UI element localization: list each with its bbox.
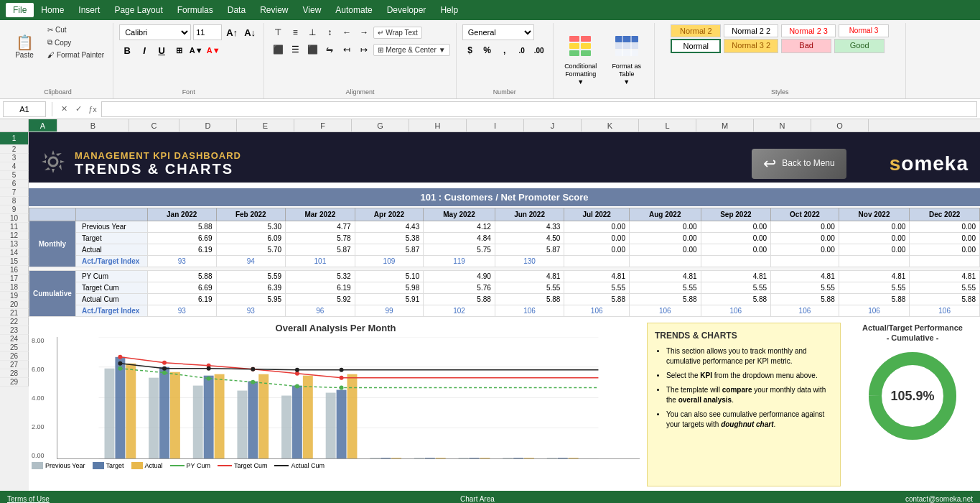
- row-num-28[interactable]: 28: [0, 369, 29, 378]
- indent-increase-button[interactable]: →: [356, 24, 372, 40]
- col-header-h[interactable]: H: [409, 119, 467, 131]
- row-num-2[interactable]: 2: [0, 145, 29, 154]
- cell[interactable]: 5.10: [355, 271, 424, 282]
- menu-page-layout[interactable]: Page Layout: [107, 3, 169, 17]
- col-header-k[interactable]: K: [582, 119, 639, 131]
- cell[interactable]: 0.00: [771, 221, 839, 233]
- conditional-formatting-button[interactable]: ConditionalFormatting ▼: [559, 32, 602, 90]
- cell[interactable]: 5.92: [286, 294, 355, 305]
- cell[interactable]: 6.19: [147, 294, 216, 305]
- row-num-11[interactable]: 11: [0, 223, 29, 231]
- cell-index[interactable]: 106: [495, 305, 564, 317]
- cell-index[interactable]: 102: [424, 305, 495, 317]
- row-num-15[interactable]: 15: [0, 257, 29, 266]
- italic-button[interactable]: I: [136, 42, 152, 58]
- border-button[interactable]: ⊞: [171, 42, 187, 58]
- cell[interactable]: 4.81: [564, 271, 630, 282]
- cell[interactable]: 5.32: [286, 271, 355, 282]
- center-align-button[interactable]: ☰: [287, 42, 303, 57]
- cell[interactable]: 0.00: [701, 233, 771, 244]
- cell[interactable]: 0.00: [839, 244, 910, 256]
- row-num-1[interactable]: 1: [0, 132, 29, 145]
- cell[interactable]: 5.55: [771, 282, 839, 294]
- cell[interactable]: 0.00: [564, 221, 630, 233]
- cell[interactable]: 0.00: [564, 244, 630, 256]
- col-header-m[interactable]: M: [696, 119, 754, 131]
- row-num-3[interactable]: 3: [0, 154, 29, 162]
- cell[interactable]: 4.43: [355, 221, 424, 233]
- cell[interactable]: 5.88: [839, 294, 910, 305]
- cell[interactable]: 5.55: [839, 282, 910, 294]
- cell[interactable]: 4.81: [771, 271, 839, 282]
- menu-file[interactable]: File: [6, 3, 34, 17]
- row-num-25[interactable]: 25: [0, 343, 29, 352]
- cell[interactable]: 4.77: [286, 221, 355, 233]
- cell[interactable]: 5.78: [286, 233, 355, 244]
- style-normal3-top[interactable]: Normal 3: [839, 24, 889, 37]
- menu-developer[interactable]: Developer: [380, 3, 434, 17]
- menu-home[interactable]: Home: [34, 3, 71, 17]
- decrease-decimal-button[interactable]: .0: [514, 42, 530, 58]
- cell[interactable]: [910, 256, 980, 267]
- format-table-button[interactable]: Format asTable ▼: [605, 32, 648, 90]
- cell[interactable]: 6.09: [216, 233, 286, 244]
- cell[interactable]: 0.00: [771, 233, 839, 244]
- font-color-button[interactable]: A▼: [205, 42, 221, 58]
- cell-index[interactable]: 119: [424, 256, 495, 267]
- row-num-24[interactable]: 24: [0, 335, 29, 343]
- row-num-23[interactable]: 23: [0, 326, 29, 335]
- cell[interactable]: 5.75: [424, 244, 495, 256]
- row-num-7[interactable]: 7: [0, 188, 29, 197]
- menu-formulas[interactable]: Formulas: [170, 3, 220, 17]
- row-num-21[interactable]: 21: [0, 309, 29, 318]
- cell-index[interactable]: 93: [147, 256, 216, 267]
- cell[interactable]: [630, 256, 701, 267]
- bold-button[interactable]: B: [119, 42, 135, 58]
- cell[interactable]: 5.30: [216, 221, 286, 233]
- cut-button[interactable]: ✂ Cut: [45, 24, 107, 35]
- row-num-12[interactable]: 12: [0, 231, 29, 240]
- col-header-g[interactable]: G: [352, 119, 409, 131]
- cell[interactable]: 0.00: [910, 244, 980, 256]
- style-bad[interactable]: Bad: [781, 39, 831, 53]
- cond-format-dropdown[interactable]: ▼: [577, 78, 584, 86]
- cell-index[interactable]: 130: [495, 256, 564, 267]
- cell[interactable]: 5.98: [355, 282, 424, 294]
- cell[interactable]: 0.00: [630, 233, 701, 244]
- cell[interactable]: 5.87: [495, 244, 564, 256]
- cell[interactable]: 0.00: [910, 221, 980, 233]
- menu-view[interactable]: View: [296, 3, 329, 17]
- cell[interactable]: 4.50: [495, 233, 564, 244]
- row-num-17[interactable]: 17: [0, 274, 29, 283]
- confirm-formula-icon[interactable]: ✓: [73, 103, 84, 115]
- cell[interactable]: 0.00: [564, 233, 630, 244]
- cell[interactable]: 5.55: [701, 282, 771, 294]
- cell-index[interactable]: 106: [910, 305, 980, 317]
- cell-index[interactable]: 94: [216, 256, 286, 267]
- col-header-f[interactable]: F: [294, 119, 352, 131]
- cell[interactable]: 0.00: [630, 221, 701, 233]
- cell[interactable]: [839, 256, 910, 267]
- merge-dropdown-icon[interactable]: ▼: [439, 46, 446, 54]
- cell-index[interactable]: 93: [147, 305, 216, 317]
- menu-automate[interactable]: Automate: [328, 3, 379, 17]
- row-num-14[interactable]: 14: [0, 249, 29, 257]
- cell-index[interactable]: 101: [286, 256, 355, 267]
- left-align-button[interactable]: ⬛: [270, 42, 286, 57]
- comma-button[interactable]: ,: [497, 42, 513, 58]
- indent3-button[interactable]: ↦: [356, 42, 372, 57]
- format-painter-button[interactable]: 🖌 Format Painter: [45, 50, 107, 60]
- cell[interactable]: 5.88: [147, 221, 216, 233]
- cell[interactable]: 4.12: [424, 221, 495, 233]
- cell[interactable]: 4.81: [630, 271, 701, 282]
- row-num-8[interactable]: 8: [0, 197, 29, 206]
- col-header-d[interactable]: D: [179, 119, 237, 131]
- cell-index[interactable]: 99: [355, 305, 424, 317]
- col-header-l[interactable]: L: [639, 119, 696, 131]
- cell[interactable]: 5.88: [771, 294, 839, 305]
- fill-color-button[interactable]: A▼: [188, 42, 204, 58]
- cell[interactable]: 0.00: [839, 221, 910, 233]
- style-good[interactable]: Good: [834, 39, 885, 53]
- col-header-b[interactable]: B: [57, 119, 129, 131]
- cell[interactable]: 0.00: [701, 244, 771, 256]
